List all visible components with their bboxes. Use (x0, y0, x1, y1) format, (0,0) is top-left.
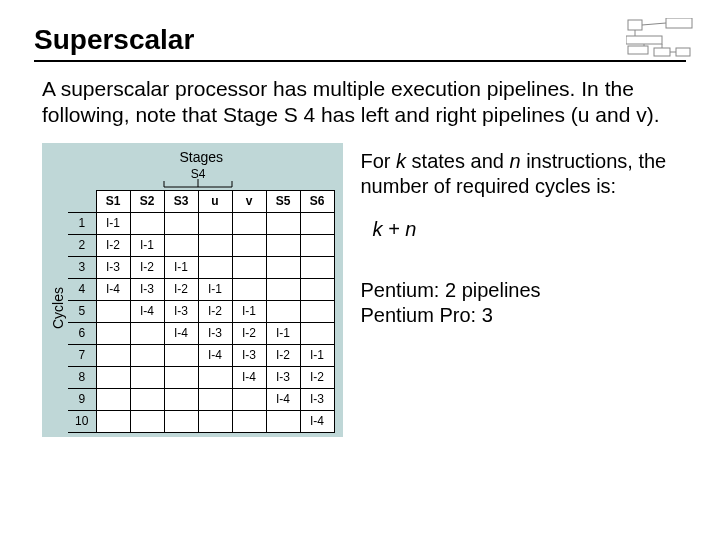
pipeline-cell: I-2 (266, 344, 300, 366)
pipeline-cell (96, 388, 130, 410)
pipeline-cell (96, 300, 130, 322)
pipeline-cell (96, 366, 130, 388)
pipeline-cell (96, 410, 130, 432)
column-header: S6 (300, 190, 334, 212)
pentium-note: Pentium: 2 pipelines Pentium Pro: 3 (361, 278, 687, 328)
pipeline-cell (232, 278, 266, 300)
cycle-number: 1 (68, 212, 96, 234)
svg-line-2 (642, 23, 666, 25)
pipeline-cell (198, 234, 232, 256)
pipeline-cell (266, 234, 300, 256)
pipeline-cell: I-4 (266, 388, 300, 410)
pipeline-cell (164, 344, 198, 366)
pipeline-cell: I-1 (300, 344, 334, 366)
pipeline-cell (198, 256, 232, 278)
pipeline-cell (130, 322, 164, 344)
pipeline-cell (130, 344, 164, 366)
page-title: Superscalar (34, 24, 686, 56)
pipeline-cell (198, 388, 232, 410)
pipeline-cell: I-2 (96, 234, 130, 256)
pipeline-cell: I-1 (96, 212, 130, 234)
cycle-number: 6 (68, 322, 96, 344)
column-header: S3 (164, 190, 198, 212)
pipeline-cell (164, 366, 198, 388)
cycles-axis-label: Cycles (48, 287, 68, 329)
cycle-number: 7 (68, 344, 96, 366)
pipeline-cell: I-2 (300, 366, 334, 388)
pipeline-cell: I-1 (266, 322, 300, 344)
pipeline-cell (164, 234, 198, 256)
pipeline-cell (232, 212, 266, 234)
svg-rect-1 (666, 18, 692, 28)
svg-rect-3 (626, 36, 662, 44)
pipeline-cell (130, 410, 164, 432)
pipeline-cell: I-2 (164, 278, 198, 300)
stages-axis-label: Stages (68, 149, 335, 165)
pipeline-cell (300, 322, 334, 344)
pipeline-cell (232, 256, 266, 278)
pipeline-cell: I-3 (232, 344, 266, 366)
cycle-number: 4 (68, 278, 96, 300)
pipeline-cell: I-4 (300, 410, 334, 432)
pipeline-cell (198, 366, 232, 388)
pipeline-cell: I-3 (96, 256, 130, 278)
cycle-number: 3 (68, 256, 96, 278)
pipeline-cell: I-4 (198, 344, 232, 366)
pipeline-cell: I-2 (198, 300, 232, 322)
corner-diagram-icon (626, 18, 696, 62)
pipeline-cell (96, 322, 130, 344)
pipeline-cell (232, 388, 266, 410)
pipeline-cell: I-3 (164, 300, 198, 322)
formula: k + n (373, 217, 687, 242)
pipeline-cell (266, 410, 300, 432)
pipeline-cell (130, 366, 164, 388)
pipeline-cell (232, 234, 266, 256)
pipeline-cell (164, 410, 198, 432)
cycle-number: 9 (68, 388, 96, 410)
pipeline-cell: I-1 (164, 256, 198, 278)
pipeline-table: S1S2S3uvS5S6 1I-12I-2I-13I-3I-2I-14I-4I-… (68, 190, 335, 433)
pipeline-cell (300, 256, 334, 278)
pipeline-cell: I-4 (96, 278, 130, 300)
pipeline-cell: I-1 (232, 300, 266, 322)
pipeline-cell (198, 212, 232, 234)
pipeline-cell: I-1 (130, 234, 164, 256)
cycle-number: 2 (68, 234, 96, 256)
svg-rect-0 (628, 20, 642, 30)
pipeline-cell (198, 410, 232, 432)
svg-rect-6 (654, 48, 670, 56)
pipeline-cell: I-4 (130, 300, 164, 322)
column-header: S2 (130, 190, 164, 212)
intro-text: A superscalar processor has multiple exe… (34, 76, 686, 129)
pipeline-cell: I-3 (130, 278, 164, 300)
column-header: S5 (266, 190, 300, 212)
pipeline-cell (300, 234, 334, 256)
column-header: S1 (96, 190, 130, 212)
pipeline-cell (266, 300, 300, 322)
pipeline-cell (96, 344, 130, 366)
pipeline-cell: I-2 (232, 322, 266, 344)
pipeline-cell (266, 278, 300, 300)
pipeline-cell (164, 212, 198, 234)
cycle-number: 8 (68, 366, 96, 388)
pipeline-cell: I-4 (232, 366, 266, 388)
cycle-number: 5 (68, 300, 96, 322)
svg-rect-5 (628, 46, 648, 54)
pipeline-cell (130, 212, 164, 234)
pipeline-cell (130, 388, 164, 410)
pipeline-cell (266, 212, 300, 234)
s4-bracket: S4 (162, 167, 234, 189)
pipeline-cell: I-3 (198, 322, 232, 344)
cycle-number: 10 (68, 410, 96, 432)
pipeline-cell (266, 256, 300, 278)
pipeline-cell (300, 278, 334, 300)
title-divider (34, 60, 686, 62)
column-header: v (232, 190, 266, 212)
pipeline-cell: I-2 (130, 256, 164, 278)
pipeline-cell: I-4 (164, 322, 198, 344)
pipeline-cell: I-3 (266, 366, 300, 388)
column-header: u (198, 190, 232, 212)
pipeline-cell: I-1 (198, 278, 232, 300)
formula-intro: For k states and n instructions, the num… (361, 149, 687, 199)
pipeline-diagram: Cycles Stages S4 S1S2S3uvS5S6 (42, 143, 343, 437)
